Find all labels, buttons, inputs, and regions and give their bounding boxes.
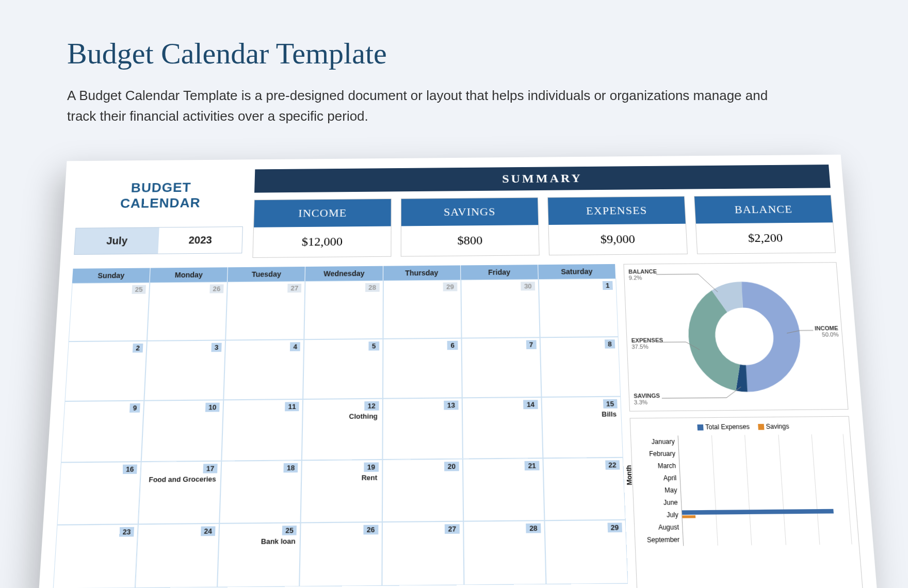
income-card-value: $12,000 (253, 226, 391, 257)
month-year-selector[interactable]: July 2023 (74, 226, 243, 255)
dow-header: Sunday (72, 268, 151, 283)
calendar-cell[interactable]: 24 (135, 523, 219, 587)
bar-month-label: July (640, 509, 682, 521)
calendar-cell[interactable]: 6 (383, 338, 462, 398)
day-number: 2 (133, 344, 143, 353)
day-number: 30 (521, 282, 536, 290)
income-card: INCOME $12,000 (252, 199, 391, 258)
calendar-cell[interactable]: 1 (539, 278, 619, 337)
bar-row (679, 458, 847, 471)
calendar-cell[interactable]: 15Bills (541, 396, 623, 458)
calendar-grid: SundayMondayTuesdayWednesdayThursdayFrid… (52, 264, 629, 588)
bar-row (682, 495, 851, 509)
calendar-cell[interactable]: 27 (225, 281, 305, 340)
dow-header: Wednesday (305, 266, 383, 281)
donut-leader-lines (624, 263, 848, 411)
day-number: 27 (287, 284, 301, 292)
day-number: 29 (607, 522, 622, 532)
calendar-cell[interactable]: 11 (222, 399, 303, 461)
dow-header: Saturday (538, 264, 616, 279)
calendar-cell[interactable]: 19Rent (301, 460, 382, 522)
expenses-card: EXPENSES $9,000 (547, 196, 688, 255)
day-number: 27 (445, 524, 460, 534)
calendar-cell[interactable]: 26 (300, 522, 382, 586)
calendar-cell[interactable]: 5 (303, 338, 383, 399)
calendar-cell[interactable]: 30 (461, 279, 540, 338)
calendar-cell[interactable]: 9 (61, 400, 144, 462)
day-number: 10 (205, 402, 220, 412)
spreadsheet-preview: BUDGETCALENDAR document.querySelector('.… (38, 154, 878, 588)
bar-row (678, 434, 846, 447)
bar-row (679, 446, 847, 460)
day-number: 5 (369, 341, 379, 351)
calendar-event: Bills (602, 410, 617, 418)
calendar-cell[interactable]: 2 (64, 340, 147, 401)
day-number: 18 (283, 463, 298, 472)
calendar-cell[interactable]: 28 (304, 280, 383, 339)
bar-chart-axis-label: Month (625, 465, 634, 485)
bar-row (683, 532, 853, 546)
calendar-cell[interactable]: 16 (57, 462, 141, 525)
savings-card-header: SAVINGS (401, 198, 538, 226)
donut-chart: BALANCE9.2% INCOME50.0% EXPENSES37.5% SA… (623, 262, 848, 412)
calendar-cell[interactable]: 7 (461, 337, 541, 398)
legend-square-savings (758, 424, 764, 430)
calendar-cell[interactable]: 12Clothing (302, 398, 382, 460)
calendar-cell[interactable]: 13 (382, 398, 463, 460)
day-number: 29 (443, 282, 457, 291)
bar-row (680, 482, 849, 496)
calendar-cell[interactable]: 10 (141, 400, 224, 462)
calendar-cell[interactable]: 28 (463, 520, 546, 585)
bar-chart: Total Expenses Savings JanuaryFebruaryMa… (630, 416, 864, 588)
day-number: 8 (605, 339, 615, 349)
calendar-cell[interactable]: 26 (147, 282, 228, 341)
calendar-cell[interactable]: 17Food and Groceries (138, 461, 222, 524)
calendar-cell[interactable]: 3 (144, 340, 225, 400)
day-number: 22 (605, 460, 620, 469)
calendar-cell[interactable]: 25 (69, 282, 150, 341)
bar-chart-bars (678, 434, 853, 546)
calendar-cell[interactable]: 29 (383, 280, 461, 339)
calendar-cell[interactable]: 4 (224, 339, 304, 400)
bar-month-label: May (639, 484, 681, 496)
calendar-cell[interactable]: 27 (382, 521, 464, 585)
day-number: 11 (285, 402, 299, 411)
day-number: 28 (365, 283, 379, 291)
day-number: 28 (526, 523, 541, 533)
bar-month-label: February (637, 447, 679, 460)
page-title: Budget Calendar Template (67, 36, 841, 71)
calendar-event: Clothing (349, 412, 378, 420)
calendar-event: Bank loan (261, 536, 296, 545)
bar-chart-ylabels: JanuaryFebruaryMarchAprilMayJuneJulyAugu… (637, 435, 684, 546)
savings-card: SAVINGS $800 (401, 197, 540, 256)
bar-month-label: January (637, 435, 678, 448)
bar-month-label: March (638, 460, 680, 472)
calendar-cell[interactable]: 20 (382, 459, 463, 521)
year-label: 2023 (158, 227, 242, 254)
calendar-cell[interactable]: 21 (463, 458, 545, 521)
day-number: 16 (122, 464, 137, 473)
calendar-cell[interactable]: 29 (544, 519, 628, 584)
day-number: 25 (132, 285, 146, 293)
day-number: 13 (444, 400, 458, 410)
dow-header: Thursday (383, 265, 461, 280)
day-number: 26 (209, 284, 224, 293)
calendar-cell[interactable]: 18 (220, 460, 302, 523)
day-number: 25 (282, 526, 297, 535)
calendar-cell[interactable]: 23 (53, 524, 138, 588)
balance-card-header: BALANCE (694, 195, 833, 223)
savings-card-value: $800 (401, 225, 539, 256)
summary-header: SUMMARY (254, 165, 831, 193)
balance-card-value: $2,200 (696, 222, 835, 253)
calendar-cell[interactable]: 22 (543, 457, 625, 520)
day-number: 23 (119, 527, 134, 536)
income-card-header: INCOME (254, 199, 391, 227)
day-number: 20 (444, 462, 459, 471)
legend-label-savings: Savings (766, 422, 789, 430)
bar-month-label: June (639, 496, 682, 509)
bar-month-label: September (641, 533, 684, 546)
calendar-cell[interactable]: 14 (462, 397, 543, 459)
bar-row (680, 470, 848, 484)
calendar-cell[interactable]: 25Bank loan (217, 522, 301, 587)
calendar-cell[interactable]: 8 (540, 337, 621, 397)
